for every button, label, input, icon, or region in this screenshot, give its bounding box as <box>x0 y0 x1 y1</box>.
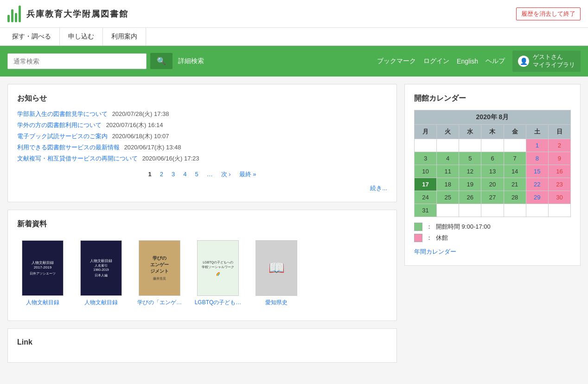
cal-day <box>459 204 481 217</box>
new-materials-section: 新着資料 人物文献目録 2017-2019 日外アソシエーツ 人物文献目録 <box>7 210 397 321</box>
cal-day: 4 <box>437 152 459 165</box>
nav-item-apply[interactable]: 申し込む <box>60 28 103 45</box>
calendar-section: 開館カレンダー 2020年 8月 月 火 水 木 金 土 日 <box>404 84 581 266</box>
main-content: お知らせ 学部新入生の図書館見学について 2020/07/28(火) 17:38… <box>0 77 588 378</box>
cal-today-cell: 17 <box>415 178 437 191</box>
cal-day <box>481 139 504 152</box>
page-last[interactable]: 最終 » <box>236 169 259 179</box>
legend-closed-label: 休館 <box>436 234 448 242</box>
cal-header-fri: 金 <box>504 124 526 139</box>
advanced-search-link[interactable]: 詳細検索 <box>178 57 204 65</box>
cal-header-mon: 月 <box>415 124 437 139</box>
cal-day: 11 <box>437 165 459 178</box>
cal-day: 23 <box>548 178 570 191</box>
cal-day: 7 <box>504 152 526 165</box>
news-link-2[interactable]: 学外の方の図書館利用について <box>17 122 102 128</box>
book-title-2: 人物文献目録 <box>84 299 118 307</box>
cal-header-thu: 木 <box>481 124 504 139</box>
legend-open-separator: ： <box>426 223 432 231</box>
help-link[interactable]: ヘルプ <box>486 57 505 65</box>
cal-day <box>504 204 526 217</box>
bookmark-link[interactable]: ブックマーク <box>377 57 416 65</box>
book-item-3[interactable]: 学びの エンゲー ジメント 藤井浩見 学びの「エンゲ… <box>134 240 185 307</box>
calendar-header-row: 月 火 水 木 金 土 日 <box>415 124 571 139</box>
cal-day: 22 <box>526 178 548 191</box>
book-cover-2: 人物文献目録 人名索引 1980-2019 日本人編 <box>80 240 122 296</box>
nav-item-guide[interactable]: 利用案内 <box>103 28 146 45</box>
calendar-week-1: 1 2 <box>415 139 571 152</box>
left-panel: お知らせ 学部新入生の図書館見学について 2020/07/28(火) 17:38… <box>7 84 397 370</box>
cal-day <box>415 139 437 152</box>
legend-closed-box <box>414 234 422 242</box>
annual-calendar-link[interactable]: 年間カレンダー <box>414 248 456 255</box>
cal-day: 21 <box>504 178 526 191</box>
cal-header-sat: 土 <box>526 124 548 139</box>
user-area[interactable]: 👤 ゲストさん マイライブラリ <box>512 51 581 72</box>
cal-day: 25 <box>437 191 459 204</box>
news-date-3: 2020/06/18(木) 10:07 <box>112 133 169 140</box>
news-title: お知らせ <box>17 94 387 103</box>
logo-bar-3 <box>15 13 17 22</box>
news-link-5[interactable]: 文献複写・相互貸借サービスの再開について <box>17 155 138 162</box>
end-session-button[interactable]: 履歴を消去して終了 <box>516 7 581 20</box>
cal-day: 19 <box>459 178 481 191</box>
calendar-title: 開館カレンダー <box>414 94 571 103</box>
book-item-1[interactable]: 人物文献目録 2017-2019 日外アソシエーツ 人物文献目録 <box>17 240 68 307</box>
cal-day: 20 <box>481 178 504 191</box>
book-title-4: LGBTQの子ども… <box>195 299 242 307</box>
book-item-4[interactable]: LGBTQの子どもへの 学校ソーシャルワーク 🌈 LGBTQの子ども… <box>192 240 243 307</box>
news-date-4: 2020/06/17(水) 13:48 <box>124 144 181 151</box>
english-link[interactable]: English <box>457 58 478 65</box>
right-panel: 開館カレンダー 2020年 8月 月 火 水 木 金 土 日 <box>404 84 581 370</box>
news-date-1: 2020/07/28(火) 17:38 <box>112 110 169 117</box>
book-item-2[interactable]: 人物文献目録 人名索引 1980-2019 日本人編 人物文献目録 <box>76 240 127 307</box>
book-item-5[interactable]: 📖 愛知県史 <box>251 240 302 307</box>
cal-day <box>504 139 526 152</box>
list-item: 利用できる図書館サービスの最新情報 2020/06/17(水) 13:48 <box>17 143 387 152</box>
page-5[interactable]: 5 <box>192 170 201 179</box>
books-container: 人物文献目録 2017-2019 日外アソシエーツ 人物文献目録 人物文献目録 … <box>17 236 387 311</box>
page-1[interactable]: 1 <box>146 170 154 179</box>
book-cover-1: 人物文献目録 2017-2019 日外アソシエーツ <box>22 240 64 296</box>
search-input[interactable] <box>7 53 147 69</box>
page-next[interactable]: 次 › <box>218 169 234 179</box>
logo-icon <box>7 6 21 22</box>
search-button[interactable]: 🔍 <box>150 53 173 69</box>
calendar-week-3: 10 11 12 13 14 15 16 <box>415 165 571 178</box>
calendar-month-row: 2020年 8月 <box>415 110 571 124</box>
page-2[interactable]: 2 <box>157 170 166 179</box>
search-bar: 🔍 詳細検索 ブックマーク ログイン English ヘルプ 👤 ゲストさん マ… <box>0 46 588 77</box>
cal-day: 10 <box>415 165 437 178</box>
cal-day: 27 <box>481 191 504 204</box>
book-title-1: 人物文献目録 <box>26 299 59 307</box>
cal-day <box>437 204 459 217</box>
news-section: お知らせ 学部新入生の図書館見学について 2020/07/28(火) 17:38… <box>7 84 397 202</box>
news-link-3[interactable]: 電子ブック試読サービスのご案内 <box>17 133 108 140</box>
nav-item-search[interactable]: 探す・調べる <box>4 28 60 45</box>
legend-closed-separator: ： <box>426 234 432 242</box>
page-4[interactable]: 4 <box>180 170 189 179</box>
more-link[interactable]: 続き... <box>370 185 387 192</box>
calendar-week-5: 24 25 26 27 28 29 30 <box>415 191 571 204</box>
list-item: 電子ブック試読サービスのご案内 2020/06/18(木) 10:07 <box>17 132 387 141</box>
news-link-1[interactable]: 学部新入生の図書館見学について <box>17 110 108 117</box>
site-title: 兵庫教育大学附属図書館 <box>26 8 128 19</box>
cal-day: 16 <box>548 165 570 178</box>
calendar-month-label: 2020年 8月 <box>415 110 571 124</box>
legend-closed-item: ： 休館 <box>414 234 571 242</box>
list-item: 学外の方の図書館利用について 2020/07/16(木) 16:14 <box>17 121 387 129</box>
cal-day: 31 <box>415 204 437 217</box>
annual-calendar-link-container: 年間カレンダー <box>414 248 571 256</box>
cal-day: 28 <box>504 191 526 204</box>
more-link-container: 続き... <box>17 184 387 192</box>
cal-day: 24 <box>415 191 437 204</box>
cal-day: 13 <box>481 165 504 178</box>
new-materials-title: 新着資料 <box>17 219 387 229</box>
cal-day: 6 <box>481 152 504 165</box>
cal-day <box>481 204 504 217</box>
page-3[interactable]: 3 <box>169 170 178 179</box>
calendar-week-2: 3 4 5 6 7 8 9 <box>415 152 571 165</box>
login-link[interactable]: ログイン <box>423 57 449 65</box>
header-left: 兵庫教育大学附属図書館 <box>7 6 128 22</box>
news-link-4[interactable]: 利用できる図書館サービスの最新情報 <box>17 144 120 151</box>
